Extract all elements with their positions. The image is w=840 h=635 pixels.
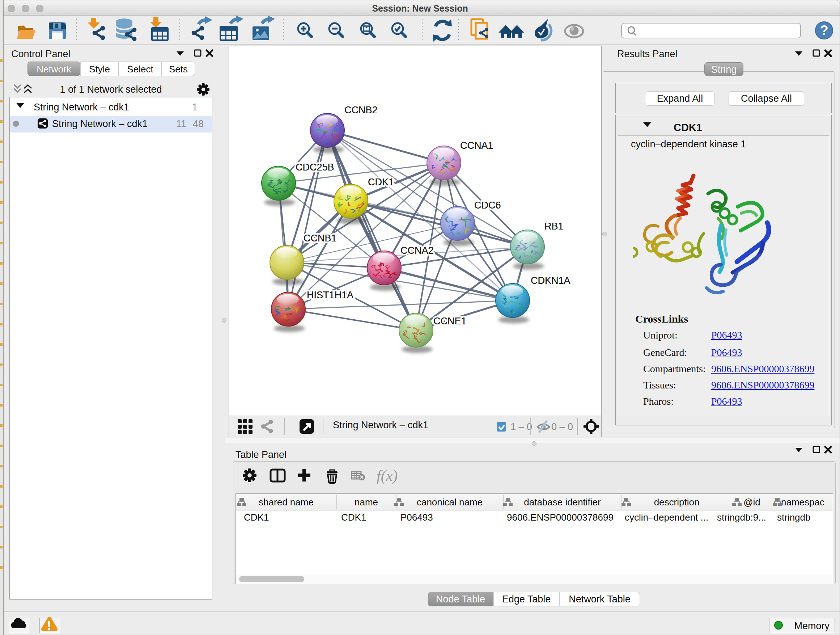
svg-text:1 – 0: 1 – 0	[510, 421, 532, 432]
svg-text:CCNA2: CCNA2	[401, 245, 434, 256]
svg-text:CDK1: CDK1	[368, 177, 394, 187]
svg-text:CCNE1: CCNE1	[433, 316, 467, 326]
svg-text:CDC6: CDC6	[474, 200, 501, 211]
svg-text:RB1: RB1	[545, 221, 564, 232]
svg-text:HIST1H1A: HIST1H1A	[307, 290, 354, 301]
svg-text:CDKN1A: CDKN1A	[531, 275, 570, 286]
svg-text:CCNA1: CCNA1	[460, 140, 493, 151]
svg-text:?: ?	[820, 23, 828, 38]
svg-text:CDC25B: CDC25B	[295, 162, 334, 173]
svg-text:0 – 0: 0 – 0	[551, 421, 573, 432]
svg-text:CCNB1: CCNB1	[303, 233, 337, 244]
svg-text:CCNB2: CCNB2	[344, 105, 378, 116]
